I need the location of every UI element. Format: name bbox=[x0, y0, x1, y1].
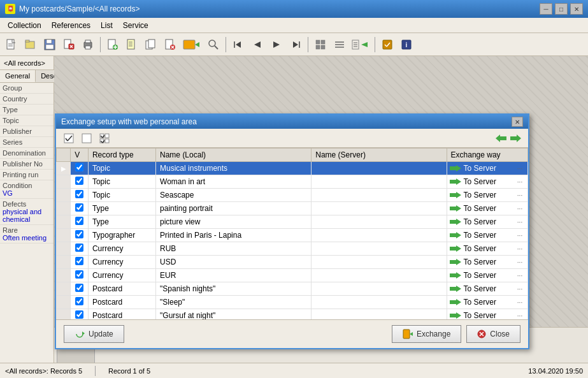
row-checkbox-cell[interactable] bbox=[71, 229, 89, 242]
row-exchange-way[interactable]: To Server··· bbox=[447, 229, 527, 242]
table-row[interactable]: ▶TopicMusical instrumentsTo Server··· bbox=[57, 162, 528, 175]
row-exchange-way[interactable]: To Server··· bbox=[447, 269, 527, 282]
menu-list[interactable]: List bbox=[96, 20, 118, 31]
exchange-button[interactable] bbox=[180, 36, 203, 54]
exchange-way-more-button[interactable]: ··· bbox=[515, 257, 525, 267]
table-row[interactable]: TopicSeascapeTo Server··· bbox=[57, 189, 528, 202]
marks-button[interactable] bbox=[378, 36, 396, 54]
exchange-way-more-button[interactable]: ··· bbox=[515, 230, 525, 240]
property-rare-value: Often meeting bbox=[3, 234, 51, 242]
row-checkbox-cell[interactable] bbox=[71, 162, 89, 175]
row-checkbox-cell[interactable] bbox=[71, 296, 89, 309]
new-button[interactable] bbox=[3, 36, 20, 54]
copy-record-button[interactable] bbox=[142, 36, 160, 54]
row-checkbox[interactable] bbox=[75, 177, 83, 185]
view-mode-button[interactable]: i bbox=[398, 36, 415, 54]
row-checkbox[interactable] bbox=[75, 297, 83, 305]
dialog-close-x-button[interactable]: ✕ bbox=[512, 117, 523, 127]
dialog-close-button[interactable]: Close bbox=[466, 325, 520, 343]
edit-record-button[interactable] bbox=[123, 36, 141, 54]
tab-general[interactable]: General bbox=[0, 70, 36, 82]
dialog-table-container[interactable]: V Record type Name (Local) Name (Server)… bbox=[56, 148, 528, 320]
row-checkbox-cell[interactable] bbox=[71, 242, 89, 256]
row-checkbox[interactable] bbox=[75, 257, 83, 265]
dialog-toolbar-check[interactable] bbox=[61, 131, 76, 146]
update-button[interactable]: Update bbox=[64, 325, 124, 343]
exchange-way-more-button[interactable]: ··· bbox=[515, 297, 525, 307]
grid-view-button[interactable] bbox=[312, 36, 329, 54]
row-checkbox[interactable] bbox=[75, 190, 83, 198]
row-checkbox-cell[interactable] bbox=[71, 175, 89, 189]
exchange-way-more-button[interactable]: ··· bbox=[515, 163, 525, 173]
maximize-button[interactable]: □ bbox=[555, 3, 568, 15]
add-record-button[interactable] bbox=[104, 36, 122, 54]
delete-record-button[interactable] bbox=[161, 36, 179, 54]
row-checkbox[interactable] bbox=[75, 163, 83, 171]
row-exchange-way[interactable]: To Server··· bbox=[447, 202, 527, 215]
dialog-toolbar-uncheck[interactable] bbox=[79, 131, 94, 146]
exchange-way-more-button[interactable]: ··· bbox=[515, 190, 525, 200]
table-row[interactable]: Typepicture viewTo Server··· bbox=[57, 215, 528, 229]
nav-first-button[interactable] bbox=[229, 36, 247, 54]
row-checkbox-cell[interactable] bbox=[71, 256, 89, 269]
svg-rect-13 bbox=[85, 40, 90, 43]
row-exchange-way[interactable]: To Server··· bbox=[447, 215, 527, 229]
exchange-way-more-button[interactable]: ··· bbox=[515, 284, 525, 294]
nav-last-button[interactable] bbox=[287, 36, 305, 54]
row-exchange-way[interactable]: To Server··· bbox=[447, 296, 527, 309]
menu-service[interactable]: Service bbox=[118, 20, 154, 31]
nav-next-button[interactable] bbox=[268, 36, 285, 54]
table-row[interactable]: CurrencyRUBTo Server··· bbox=[57, 242, 528, 256]
row-checkbox-cell[interactable] bbox=[71, 189, 89, 202]
exchange-way-more-button[interactable]: ··· bbox=[515, 217, 525, 227]
row-exchange-way[interactable]: To Server··· bbox=[447, 175, 527, 189]
row-exchange-way[interactable]: To Server··· bbox=[447, 162, 527, 175]
title-bar-buttons: ─ □ ✕ bbox=[540, 3, 583, 15]
menu-collection[interactable]: Collection bbox=[3, 20, 47, 31]
row-checkbox[interactable] bbox=[75, 244, 83, 252]
open-button[interactable] bbox=[22, 36, 39, 54]
row-exchange-way[interactable]: To Server··· bbox=[447, 309, 527, 321]
row-checkbox[interactable] bbox=[75, 217, 83, 225]
row-checkbox-cell[interactable] bbox=[71, 215, 89, 229]
nav-prev-button[interactable] bbox=[248, 36, 266, 54]
delete-button[interactable] bbox=[60, 36, 78, 54]
table-row[interactable]: CurrencyUSDTo Server··· bbox=[57, 256, 528, 269]
save-button[interactable] bbox=[41, 36, 59, 54]
print-button[interactable] bbox=[79, 36, 97, 54]
list-view-button[interactable] bbox=[331, 36, 348, 54]
row-name-server bbox=[312, 269, 447, 282]
row-checkbox-cell[interactable] bbox=[71, 202, 89, 215]
minimize-button[interactable]: ─ bbox=[540, 3, 552, 15]
row-exchange-way[interactable]: To Server··· bbox=[447, 242, 527, 256]
exchange-way-more-button[interactable]: ··· bbox=[515, 270, 525, 280]
row-checkbox[interactable] bbox=[75, 284, 83, 292]
row-exchange-way[interactable]: To Server··· bbox=[447, 256, 527, 269]
exchange-button[interactable]: Exchange bbox=[392, 325, 461, 343]
exchange-way-more-button[interactable]: ··· bbox=[515, 310, 525, 320]
row-checkbox[interactable] bbox=[75, 310, 83, 319]
row-checkbox-cell[interactable] bbox=[71, 269, 89, 282]
close-button[interactable]: ✕ bbox=[570, 3, 583, 15]
table-row[interactable]: Postcard"Gursuf at night"To Server··· bbox=[57, 309, 528, 321]
row-checkbox[interactable] bbox=[75, 230, 83, 238]
row-exchange-way[interactable]: To Server··· bbox=[447, 282, 527, 296]
row-checkbox-cell[interactable] bbox=[71, 282, 89, 296]
table-row[interactable]: CurrencyEURTo Server··· bbox=[57, 269, 528, 282]
search-button[interactable] bbox=[204, 36, 222, 54]
exchange-way-more-button[interactable]: ··· bbox=[515, 177, 525, 187]
table-row[interactable]: Postcard"Spanish nights"To Server··· bbox=[57, 282, 528, 296]
list-view2-button[interactable] bbox=[350, 36, 371, 54]
table-row[interactable]: TypographerPrinted in Paris - LapinaTo S… bbox=[57, 229, 528, 242]
row-checkbox[interactable] bbox=[75, 270, 83, 279]
row-exchange-way[interactable]: To Server··· bbox=[447, 189, 527, 202]
table-row[interactable]: Typepainting portraitTo Server··· bbox=[57, 202, 528, 215]
exchange-way-more-button[interactable]: ··· bbox=[515, 244, 525, 254]
menu-references[interactable]: References bbox=[47, 20, 96, 31]
row-checkbox[interactable] bbox=[75, 203, 83, 212]
dialog-toolbar-toggle[interactable] bbox=[97, 131, 112, 146]
table-row[interactable]: TopicWoman in artTo Server··· bbox=[57, 175, 528, 189]
row-checkbox-cell[interactable] bbox=[71, 309, 89, 321]
table-row[interactable]: Postcard"Sleep"To Server··· bbox=[57, 296, 528, 309]
exchange-way-more-button[interactable]: ··· bbox=[515, 203, 525, 214]
